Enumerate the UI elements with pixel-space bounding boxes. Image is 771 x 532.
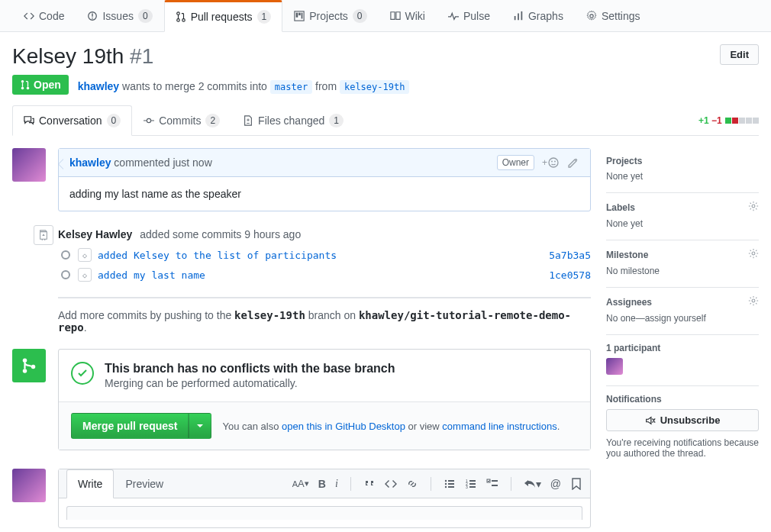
svg-rect-10: [515, 16, 516, 20]
issues-count: 0: [138, 9, 153, 23]
head-branch[interactable]: kelsey-19th: [340, 80, 409, 94]
unsubscribe-button[interactable]: Unsubscribe: [606, 409, 759, 431]
tab-pulse-label: Pulse: [463, 10, 490, 22]
new-comment-box: Write Preview AA▾ B i: [58, 469, 591, 528]
svg-rect-37: [492, 480, 498, 482]
bold-button[interactable]: B: [318, 478, 326, 490]
link-button[interactable]: [406, 478, 418, 490]
tab-graphs[interactable]: Graphs: [502, 2, 575, 30]
book-icon: [390, 11, 401, 21]
merge-actions: Merge pull request You can also open thi…: [59, 402, 590, 450]
files-count: 1: [329, 114, 344, 127]
tab-settings[interactable]: Settings: [575, 2, 652, 30]
merge-also-mid: or view: [405, 421, 442, 432]
svg-point-25: [445, 482, 447, 484]
merge-text-mid: wants to merge 2 commits into: [119, 80, 270, 92]
comment-author[interactable]: khawley: [69, 156, 111, 169]
commits-actor[interactable]: Kelsey Hawley: [58, 228, 132, 240]
tab-issues[interactable]: Issues 0: [76, 1, 163, 31]
tab-commits[interactable]: Commits 2: [132, 105, 231, 135]
state-badge: Open: [12, 75, 69, 95]
svg-point-4: [176, 19, 179, 22]
base-branch[interactable]: master: [270, 80, 312, 94]
comment-body: adding my last name as the speaker: [59, 177, 590, 211]
tab-conversation[interactable]: Conversation 0: [12, 105, 132, 136]
repo-push-marker: [34, 225, 53, 245]
svg-point-16: [27, 87, 30, 90]
merge-dropdown-button[interactable]: [189, 413, 211, 439]
issue-icon: [87, 11, 98, 21]
ol-button[interactable]: 123: [465, 478, 477, 490]
sidebar-milestone: Milestone No milestone: [606, 240, 759, 288]
pr-author[interactable]: khawley: [78, 80, 119, 92]
milestone-gear[interactable]: [748, 248, 759, 261]
svg-point-39: [752, 205, 755, 208]
svg-point-13: [590, 15, 593, 18]
file-diff-icon: [243, 115, 253, 126]
gear-icon: [748, 201, 759, 211]
cli-instructions-link[interactable]: command line instructions: [442, 421, 556, 432]
ul-button[interactable]: [444, 478, 456, 490]
sidebar-assignees: Assignees No one—assign yourself: [606, 288, 759, 335]
commit-sha[interactable]: 5a7b3a5: [549, 250, 591, 261]
commit-sha[interactable]: 1ce0578: [549, 269, 591, 281]
add-reaction-button[interactable]: +: [542, 156, 560, 169]
avatar[interactable]: [12, 148, 46, 182]
push-hint-branch: kelsey-19th: [234, 309, 305, 321]
code-button[interactable]: [385, 478, 397, 490]
sidebar-projects-value: None yet: [606, 171, 759, 182]
tab-pulls-label: Pull requests: [191, 11, 253, 23]
gear-icon: [748, 248, 759, 259]
svg-point-17: [147, 118, 151, 122]
participant-avatar[interactable]: [606, 358, 623, 375]
write-tab[interactable]: Write: [66, 469, 114, 498]
open-desktop-link[interactable]: open this in GitHub Desktop: [282, 421, 405, 432]
svg-rect-28: [448, 483, 454, 485]
comment-textarea[interactable]: [66, 506, 582, 520]
merge-status-title: This branch has no conflicts with the ba…: [105, 362, 395, 376]
diffbox: [739, 118, 745, 124]
repo-push-icon: [38, 230, 49, 240]
tab-files-changed[interactable]: Files changed 1: [231, 105, 355, 135]
tab-code[interactable]: Code: [12, 2, 76, 30]
assignees-gear[interactable]: [748, 295, 759, 308]
merge-button[interactable]: Merge pull request: [71, 413, 189, 439]
mention-button[interactable]: @: [550, 478, 561, 490]
svg-point-5: [182, 19, 185, 22]
heading-button[interactable]: AA▾: [292, 478, 309, 489]
svg-point-20: [554, 161, 556, 163]
code-icon: [24, 11, 34, 21]
tab-conversation-label: Conversation: [39, 114, 102, 127]
preview-tab[interactable]: Preview: [114, 469, 175, 498]
sidebar-labels-title: Labels: [606, 202, 635, 213]
svg-rect-11: [518, 14, 519, 21]
labels-gear[interactable]: [748, 201, 759, 214]
tab-files-label: Files changed: [258, 114, 324, 127]
git-pull-request-icon: [20, 79, 31, 90]
commit-message[interactable]: added my last name: [98, 269, 205, 281]
conversation-count: 0: [107, 114, 121, 127]
reply-button[interactable]: ▾: [524, 478, 541, 490]
assign-yourself-link[interactable]: No one—assign yourself: [606, 313, 706, 324]
tab-pull-requests[interactable]: Pull requests 1: [164, 0, 283, 32]
from-text: from: [315, 80, 340, 92]
merge-status: This branch has no conflicts with the ba…: [59, 350, 590, 402]
saved-reply-button[interactable]: [570, 478, 582, 490]
tab-pulse[interactable]: Pulse: [437, 2, 502, 30]
quote-button[interactable]: [363, 478, 376, 490]
italic-button[interactable]: i: [335, 478, 338, 490]
sidebar-participants-title: 1 participant: [606, 343, 660, 353]
merge-also-end: .: [557, 421, 560, 432]
edit-comment-button[interactable]: [567, 156, 579, 169]
svg-text:3: 3: [466, 485, 468, 489]
svg-point-19: [551, 161, 553, 163]
tab-projects[interactable]: Projects 0: [282, 1, 378, 31]
edit-button[interactable]: Edit: [720, 44, 759, 65]
tab-wiki[interactable]: Wiki: [379, 2, 437, 30]
avatar[interactable]: [12, 469, 46, 502]
tasklist-button[interactable]: [486, 478, 498, 490]
commits-block: Kelsey Hawley added some commits 9 hours…: [58, 224, 591, 285]
commit-message[interactable]: added Kelsey to the list of participants: [98, 250, 337, 261]
svg-rect-35: [469, 486, 476, 488]
diffbox: [746, 118, 752, 124]
